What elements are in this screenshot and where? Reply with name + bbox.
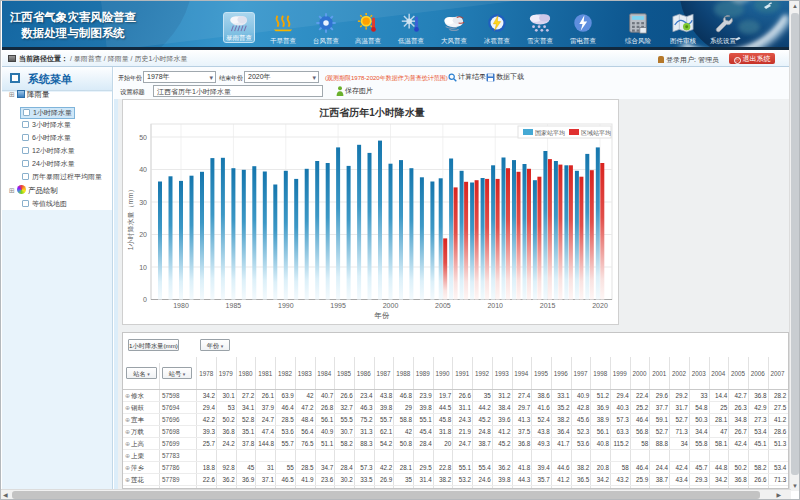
svg-text:50: 50: [139, 134, 147, 141]
svg-text:1990: 1990: [278, 302, 294, 309]
svg-text:国家站平均: 国家站平均: [535, 129, 565, 137]
svg-text:30: 30: [139, 199, 147, 206]
svg-text:1980: 1980: [173, 302, 189, 309]
svg-text:2005: 2005: [435, 302, 451, 309]
svg-text:2020: 2020: [592, 302, 608, 309]
svg-text:江西省历年1小时降水量: 江西省历年1小时降水量: [318, 107, 425, 118]
svg-text:区域站平均: 区域站平均: [581, 129, 611, 137]
svg-text:1995: 1995: [330, 302, 346, 309]
svg-text:40: 40: [139, 166, 147, 173]
svg-text:1小时降水量（mm）: 1小时降水量（mm）: [127, 186, 135, 251]
svg-text:10: 10: [139, 264, 147, 271]
svg-text:2000: 2000: [383, 302, 399, 309]
svg-text:20: 20: [139, 231, 147, 238]
svg-text:0: 0: [143, 296, 147, 303]
svg-text:2010: 2010: [487, 302, 503, 309]
svg-text:2015: 2015: [540, 302, 556, 309]
svg-text:年份: 年份: [374, 311, 391, 320]
svg-text:1985: 1985: [226, 302, 242, 309]
